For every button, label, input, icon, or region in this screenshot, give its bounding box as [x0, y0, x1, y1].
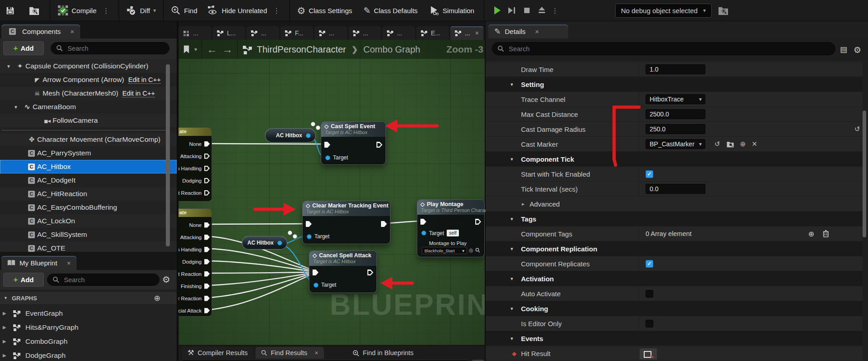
details-row[interactable]: Cooking ↺ ↺ ⊕ ✕ ⊕: [486, 301, 863, 316]
reset-to-default-icon[interactable]: ↺: [854, 125, 860, 133]
details-row[interactable]: Setting ↺ ↺ ⊕ ✕ ⊕: [486, 77, 863, 92]
switch-state-node-2[interactable]: ate None Attacking n: [178, 208, 212, 317]
switch-output-pin-row[interactable]: n Handling: [178, 162, 212, 174]
bookmark-chevron-icon[interactable]: ▾: [194, 46, 197, 53]
tab-my-blueprint[interactable]: My Blueprint ×: [1, 256, 77, 270]
details-row[interactable]: Cast Marker BP_CastMarker ↺ ↺ ⊕ ✕: [486, 137, 863, 152]
component-tree-row[interactable]: AC_ParrySystem: [0, 146, 177, 160]
browse-to-asset-button[interactable]: [29, 6, 39, 15]
component-tree-row[interactable]: AC_HitReaction: [0, 187, 177, 201]
close-icon[interactable]: [475, 29, 479, 37]
property-value-input[interactable]: 250.0: [646, 124, 705, 134]
exec-in-pin[interactable]: [306, 221, 312, 227]
component-tree-row[interactable]: Arrow Component (Arrow) Edit in C++: [0, 73, 177, 87]
details-row[interactable]: Draw Time 1.0 ↺ ↺ ⊕ ✕: [486, 62, 863, 77]
trash-icon[interactable]: [823, 230, 829, 237]
add-component-button[interactable]: + Add: [3, 41, 44, 55]
exec-out-pin[interactable]: [376, 142, 382, 148]
switch-output-pin-row[interactable]: er Reaction: [178, 292, 212, 304]
montage-asset-dropdown[interactable]: Blackhole_Start ▾: [422, 247, 467, 254]
section-collapse-caret[interactable]: [511, 156, 513, 162]
target-pin-row[interactable]: Target: [307, 233, 329, 240]
details-row[interactable]: Auto Activate ↺ ↺ ⊕ ✕: [486, 286, 863, 301]
exec-out-pin[interactable]: [475, 219, 481, 225]
clear-asset-icon[interactable]: ✕: [752, 140, 757, 148]
section-collapse-caret[interactable]: [511, 336, 513, 342]
clear-marker-tracking-event-node[interactable]: ◇Clear Marker Tracking Event Target is A…: [302, 201, 391, 244]
exec-pin-icon[interactable]: [204, 141, 210, 147]
component-tree-row[interactable]: [0, 127, 177, 133]
details-row[interactable]: Component Replication ↺ ↺ ⊕ ✕: [486, 241, 863, 256]
class-defaults-button[interactable]: ✎ Class Defaults: [363, 6, 418, 15]
exec-in-pin[interactable]: [324, 142, 330, 148]
close-icon[interactable]: ×: [535, 28, 539, 35]
bookmark-icon[interactable]: [183, 45, 190, 54]
graph-editor-tab[interactable]: L...: [212, 26, 245, 40]
tab-find-results[interactable]: Find Results ×: [256, 347, 324, 359]
property-value-input[interactable]: 2500.0: [646, 109, 705, 119]
breadcrumb-current[interactable]: Combo Graph: [363, 44, 420, 55]
component-tree-row[interactable]: ▼ Capsule Component (CollisionCylinder): [0, 59, 177, 73]
graph-editor-tab[interactable]: ...: [246, 26, 279, 40]
exec-in-pin[interactable]: [313, 270, 318, 275]
switch-output-pin-row[interactable]: Attacking: [178, 231, 212, 243]
exec-pin-icon[interactable]: [204, 247, 210, 252]
component-tree-row[interactable]: AC_OTE: [0, 241, 177, 253]
tab-compiler-results[interactable]: ⚒ Compiler Results: [182, 347, 253, 359]
graph-editor-tab[interactable]: ...: [348, 26, 381, 40]
property-checkbox[interactable]: [646, 290, 653, 298]
breadcrumb-root[interactable]: ThirdPersonCharacter: [257, 44, 346, 55]
nav-back-arrow[interactable]: ←: [207, 44, 217, 55]
component-tree-row[interactable]: AC_DodgeIt: [0, 173, 177, 187]
property-checkbox[interactable]: [646, 260, 653, 268]
property-value-input[interactable]: 0.0: [646, 184, 705, 194]
my-blueprint-search[interactable]: [47, 274, 159, 286]
settings-gear-icon[interactable]: ⚙: [854, 45, 861, 55]
component-tree-row[interactable]: AC_LockOn: [0, 214, 177, 228]
ac-hitbox-variable-node-1[interactable]: AC Hitbox: [265, 128, 316, 143]
use-selected-asset-icon[interactable]: ↺: [714, 140, 720, 148]
ac-hitbox-variable-node-2[interactable]: AC Hitbox: [242, 236, 287, 250]
add-graph-button[interactable]: + Add: [3, 273, 44, 287]
switch-output-pin-row[interactable]: ecial Attack: [178, 304, 212, 317]
graph-editor-tab[interactable]: ...: [382, 26, 415, 40]
details-row[interactable]: Component Tags 0 Array element ↺ ↺ ⊕ ✕: [486, 226, 863, 241]
exec-pin-icon[interactable]: [204, 222, 210, 228]
component-tree-row[interactable]: Character Movement (CharMoveComp): [0, 133, 177, 146]
switch-output-pin-row[interactable]: None: [178, 138, 212, 150]
play-montage-node[interactable]: ◇Play Montage Target is Third Person Cha…: [417, 199, 485, 257]
component-tree-row[interactable]: ▼ CameraBoom: [0, 100, 177, 114]
cancel-spell-attack-node[interactable]: ◇Cancel Spell Attack Target is AC Hitbox…: [309, 250, 377, 293]
components-search-input[interactable]: [67, 44, 164, 53]
stop-button[interactable]: [524, 8, 530, 13]
details-row[interactable]: Activation ↺ ↺ ⊕ ✕: [486, 271, 863, 286]
expand-caret-icon[interactable]: ▶: [3, 353, 11, 358]
details-row[interactable]: Trace Channel HitboxTrace ↺ ↺ ⊕ ✕: [486, 92, 863, 107]
details-row[interactable]: Is Editor Only ↺ ↺ ⊕ ✕: [486, 316, 863, 331]
eject-button[interactable]: [538, 7, 545, 14]
details-search[interactable]: [492, 42, 835, 55]
target-pin-row[interactable]: Target self: [421, 230, 459, 236]
play-options-kebab[interactable]: ⋮: [550, 6, 560, 15]
switch-output-pin-row[interactable]: None: [178, 219, 212, 231]
graph-list-item[interactable]: ▶ DodgeGraph: [0, 348, 177, 361]
display-settings-icon[interactable]: ▤: [840, 45, 847, 54]
edit-in-cpp-link[interactable]: Edit in C++: [128, 76, 161, 84]
expand-caret-icon[interactable]: ▼: [14, 105, 22, 110]
debug-object-dropdown[interactable]: No debug object selected ▾: [615, 4, 712, 18]
switch-output-pin-row[interactable]: it Reaction: [178, 187, 212, 199]
edit-in-cpp-link[interactable]: Edit in C++: [122, 90, 155, 97]
class-settings-button[interactable]: ⚙ Class Settings: [297, 6, 352, 15]
browse-debug-object-icon[interactable]: [718, 6, 728, 15]
property-value-input[interactable]: 1.0: [646, 64, 705, 74]
blueprint-graph-canvas[interactable]: ▾ ← → ThirdPersonCharacter ❯ Combo Graph…: [178, 40, 486, 345]
diff-button[interactable]: Diff ▾: [126, 5, 156, 15]
target-pin-icon[interactable]: [313, 283, 318, 288]
graph-list-item[interactable]: ▶ ComboGraph: [0, 334, 177, 348]
find-options-kebab[interactable]: ⋮: [271, 6, 282, 15]
browse-asset-icon[interactable]: [726, 141, 734, 148]
exec-in-pin[interactable]: [420, 219, 426, 225]
switch-output-pin-row[interactable]: Dodging: [178, 255, 212, 268]
property-checkbox[interactable]: [646, 170, 653, 178]
exec-out-pin[interactable]: [367, 270, 373, 275]
